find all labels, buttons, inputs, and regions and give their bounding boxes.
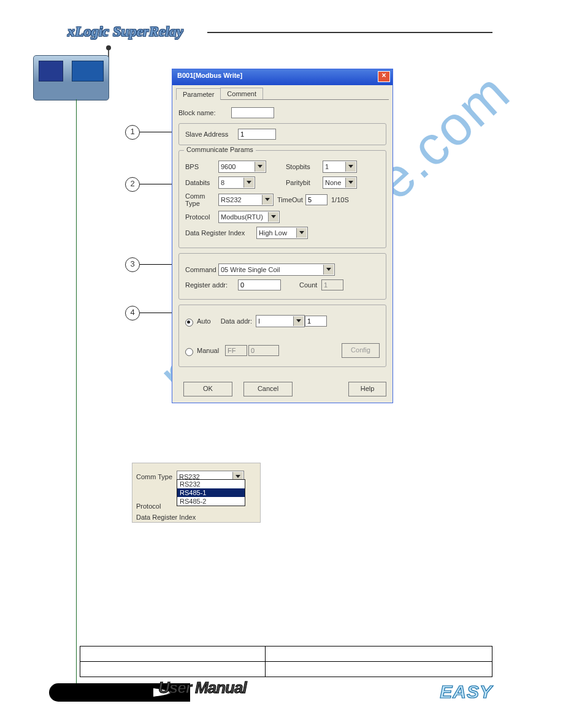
callout-3: 3: [125, 257, 140, 272]
stopbits-select[interactable]: 1: [323, 161, 357, 173]
protocol-label: Protocol: [185, 213, 218, 221]
footer-decoration: [49, 683, 153, 702]
count-label: Count: [299, 281, 321, 289]
paritybit-value: None: [325, 179, 341, 186]
cancel-button[interactable]: Cancel: [243, 382, 293, 396]
commtype-dropdown: RS232 RS485-1 RS485-2: [177, 479, 245, 506]
tab-row: Parameter Comment: [176, 88, 389, 100]
data-addr-type-select[interactable]: I: [256, 315, 305, 327]
snippet-commtype-label: Comm Type: [136, 473, 177, 480]
dialog-titlebar[interactable]: B001[Modbus Write] ×: [172, 69, 393, 85]
footer-table: [80, 646, 492, 677]
commtype-option-rs485-2[interactable]: RS485-2: [177, 497, 245, 506]
data-addr-type-value: I: [258, 317, 260, 325]
left-margin-line: [76, 99, 77, 688]
paritybit-select[interactable]: None: [323, 176, 357, 189]
block-name-label: Block name:: [178, 109, 231, 116]
manual-lo-input: [248, 345, 279, 356]
device-image: [33, 55, 109, 100]
modbus-write-dialog: B001[Modbus Write] × Parameter Comment B…: [172, 69, 393, 403]
snippet-protocol-label: Protocol: [136, 502, 177, 510]
radio-auto[interactable]: [185, 319, 193, 327]
databits-value: 8: [221, 179, 224, 186]
group-comm-params: Communicate Params BPS 9600 Stopbits 1 D…: [178, 150, 386, 248]
command-value: 05 Write Single Coil: [221, 266, 280, 273]
comm-params-legend: Communicate Params: [184, 146, 256, 153]
protocol-select[interactable]: Modbus(RTU): [218, 211, 280, 223]
block-name-row: Block name:: [178, 107, 386, 118]
bps-label: BPS: [185, 163, 218, 170]
manual-label: Manual: [197, 347, 219, 354]
page-title: xLogic SuperRelay: [67, 23, 183, 40]
group-command: Command 05 Write Single Coil Register ad…: [178, 253, 386, 300]
ok-button[interactable]: OK: [183, 382, 232, 396]
brand-logo: EASY: [440, 681, 492, 702]
regaddr-label: Register addr:: [185, 281, 238, 289]
close-button[interactable]: ×: [378, 71, 390, 82]
commtype-value: RS232: [221, 196, 242, 203]
radio-manual[interactable]: [185, 348, 193, 356]
count-input: [321, 279, 343, 290]
command-label: Command: [185, 266, 218, 273]
dialog-title: B001[Modbus Write]: [177, 72, 242, 79]
commtype-select[interactable]: RS232: [218, 194, 274, 206]
slave-address-input[interactable]: [238, 129, 276, 140]
callout-1: 1: [125, 125, 140, 140]
help-button[interactable]: Help: [348, 382, 386, 396]
stopbits-label: Stopbits: [286, 163, 323, 170]
dri-value: High Low: [259, 229, 287, 237]
callout-2: 2: [125, 177, 140, 192]
dri-label: Data Register Index: [185, 229, 256, 237]
tab-comment[interactable]: Comment: [220, 88, 263, 99]
data-addr-input[interactable]: [305, 316, 327, 327]
databits-select[interactable]: 8: [218, 176, 255, 189]
title-rule: [207, 32, 492, 33]
config-button: Config: [342, 343, 380, 358]
dialog-buttons: OK Cancel Help: [172, 378, 393, 403]
paritybit-label: Paritybit: [286, 179, 323, 186]
command-select[interactable]: 05 Write Single Coil: [218, 264, 335, 276]
tab-parameter[interactable]: Parameter: [176, 88, 221, 100]
stopbits-value: 1: [325, 163, 329, 170]
auto-label: Auto: [197, 317, 211, 325]
commtype-snippet: Comm Type RS232 RS232 RS485-1 RS485-2 Pr…: [132, 463, 261, 523]
snippet-dri-label: Data Register Index: [136, 514, 216, 521]
group-slave-address: Slave Address: [178, 123, 386, 145]
regaddr-input[interactable]: [238, 279, 281, 290]
footer-title: User Manual: [158, 678, 247, 697]
group-mode: Auto Data addr: I Manual Config: [178, 305, 386, 367]
slave-address-label: Slave Address: [185, 131, 238, 138]
manual-hi-input: [225, 345, 247, 356]
callout-4: 4: [125, 306, 140, 320]
dri-select[interactable]: High Low: [256, 227, 308, 239]
timeout-unit: 1/10S: [331, 196, 349, 203]
databits-label: Databits: [185, 179, 218, 186]
timeout-input[interactable]: [305, 194, 327, 205]
data-addr-label: Data addr:: [221, 317, 252, 325]
block-name-input[interactable]: [231, 107, 274, 118]
protocol-value: Modbus(RTU): [221, 213, 263, 221]
timeout-label: TimeOut: [277, 196, 305, 203]
commtype-option-rs232[interactable]: RS232: [177, 480, 245, 488]
commtype-option-rs485-1[interactable]: RS485-1: [177, 488, 245, 497]
commtype-label: Comm Type: [185, 192, 218, 207]
bps-value: 9600: [221, 163, 236, 170]
bps-select[interactable]: 9600: [218, 161, 266, 173]
